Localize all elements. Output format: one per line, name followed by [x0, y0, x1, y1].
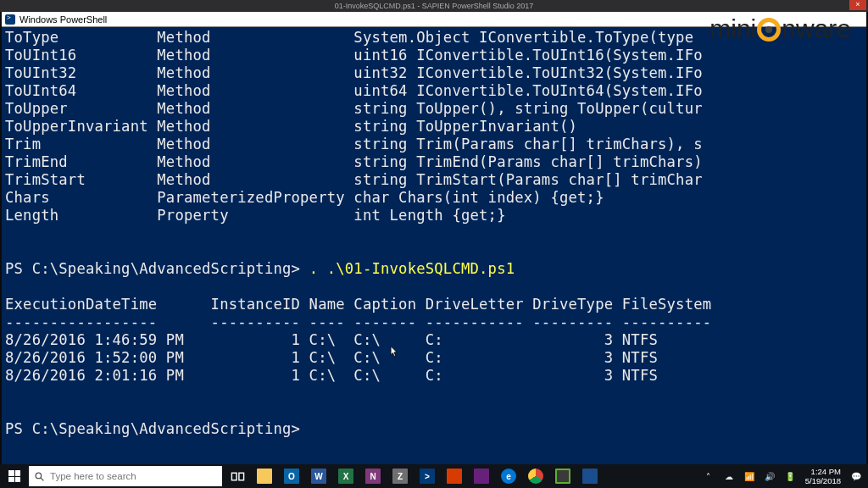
ide-titlebar: 01-InvokeSQLCMD.ps1 - SAPIEN PowerShell … — [0, 0, 868, 12]
main-area: mini nware Windows PowerShell ToType Met… — [0, 12, 868, 464]
clock-time: 1:24 PM — [805, 467, 841, 476]
windows-logo-icon — [8, 470, 20, 482]
ssms-button[interactable] — [441, 464, 468, 488]
wifi-icon: 📶 — [744, 472, 754, 481]
taskbar-search[interactable]: Type here to search — [29, 466, 222, 486]
file-explorer-button[interactable] — [251, 464, 278, 488]
vs-icon — [474, 469, 489, 484]
powershell-button[interactable]: > — [414, 464, 441, 488]
zoom-icon: Z — [392, 469, 408, 484]
console-output[interactable]: ToType Method System.Object IConvertible… — [2, 27, 866, 440]
minionware-logo: mini nware — [709, 14, 851, 43]
clock-date: 5/19/2018 — [805, 476, 841, 485]
logo-o-icon — [757, 18, 781, 42]
sapien-button[interactable] — [576, 464, 604, 488]
tray-network[interactable]: 📶 — [741, 464, 758, 488]
svg-rect-2 — [231, 473, 236, 480]
svg-point-0 — [36, 473, 42, 479]
word-button[interactable]: W — [305, 464, 332, 488]
camtasia-icon — [555, 469, 570, 484]
vs-button[interactable] — [468, 464, 495, 488]
task-view-button[interactable] — [224, 464, 251, 488]
action-center[interactable]: 💬 — [848, 464, 865, 488]
powershell-icon — [5, 14, 15, 25]
ide-title: 01-InvokeSQLCMD.ps1 - SAPIEN PowerShell … — [335, 2, 534, 10]
cloud-icon: ☁ — [725, 472, 733, 481]
battery-icon: 🔋 — [785, 472, 795, 481]
tray-power[interactable]: 🔋 — [782, 464, 798, 488]
powershell-app-icon: > — [420, 469, 435, 484]
taskbar: Type here to search O W X N Z > e ˄ ☁ 📶 … — [0, 464, 868, 488]
taskbar-clock[interactable]: 1:24 PM 5/19/2018 — [802, 467, 844, 485]
edge-icon: e — [501, 469, 516, 484]
close-button[interactable]: × — [849, 0, 866, 10]
edge-button[interactable]: e — [495, 464, 522, 488]
camtasia-button[interactable] — [549, 464, 576, 488]
tray-volume[interactable]: 🔊 — [761, 464, 778, 488]
search-icon — [34, 471, 45, 482]
excel-icon: X — [338, 469, 353, 484]
onenote-icon: N — [365, 469, 381, 484]
zoomit-button[interactable]: Z — [387, 464, 414, 488]
tray-overflow[interactable]: ˄ — [700, 464, 717, 488]
speaker-icon: 🔊 — [765, 472, 775, 481]
sapien-icon — [582, 469, 598, 484]
svg-line-1 — [41, 478, 43, 480]
chrome-icon — [528, 469, 543, 484]
taskbar-apps: O W X N Z > e — [224, 464, 604, 488]
system-tray: ˄ ☁ 📶 🔊 🔋 1:24 PM 5/19/2018 💬 — [700, 464, 868, 488]
svg-rect-3 — [238, 473, 243, 480]
task-view-icon — [231, 469, 245, 484]
logo-text-pre: mini — [709, 14, 756, 43]
invoked-command: . .\01-InvokeSQLCMD.ps1 — [309, 260, 515, 277]
search-placeholder: Type here to search — [50, 471, 136, 481]
chrome-button[interactable] — [522, 464, 549, 488]
onenote-button[interactable]: N — [359, 464, 387, 488]
chevron-up-icon: ˄ — [706, 472, 710, 481]
folder-icon — [257, 469, 272, 484]
word-icon: W — [311, 469, 326, 484]
logo-text-post: nware — [782, 14, 851, 43]
powershell-title: Windows PowerShell — [19, 14, 107, 25]
excel-button[interactable]: X — [332, 464, 359, 488]
powershell-window[interactable]: Windows PowerShell ToType Method System.… — [2, 12, 866, 464]
start-button[interactable] — [0, 464, 29, 488]
tray-onedrive[interactable]: ☁ — [721, 464, 737, 488]
ssms-icon — [447, 469, 462, 484]
outlook-icon: O — [284, 469, 299, 484]
notification-icon: 💬 — [851, 472, 861, 481]
outlook-button[interactable]: O — [278, 464, 305, 488]
